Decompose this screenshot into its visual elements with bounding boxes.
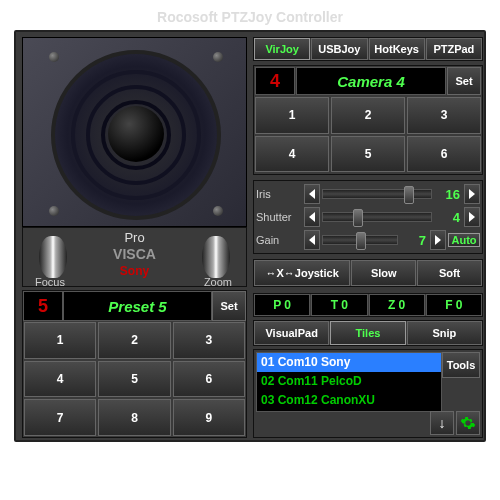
camera-set-button[interactable]: Set <box>447 67 481 95</box>
com-port-item-2[interactable]: 02 Com11 PelcoD <box>257 372 441 391</box>
camera-button-1[interactable]: 1 <box>255 97 329 134</box>
shutter-label: Shutter <box>256 211 302 223</box>
slow-button[interactable]: Slow <box>351 260 416 286</box>
app-window: Pro VISCA Sony Focus Zoom 5 Preset 5 Set… <box>14 30 486 442</box>
shutter-value: 4 <box>434 210 462 225</box>
tilt-readout: T 0 <box>311 294 367 316</box>
protocol-label: VISCA <box>23 246 246 262</box>
gain-increase-button[interactable] <box>430 230 446 250</box>
gear-icon <box>460 415 476 431</box>
right-arrow-icon <box>435 235 441 245</box>
preset-button-4[interactable]: 4 <box>24 361 96 398</box>
camera-name-display: Camera 4 <box>296 67 446 95</box>
app-title: Rocosoft PTZJoy Controller <box>14 9 486 25</box>
tab-ptzpad[interactable]: PTZPad <box>426 38 482 60</box>
focus-readout: F 0 <box>426 294 482 316</box>
preset-number-display: 5 <box>23 291 63 321</box>
left-arrow-icon <box>309 235 315 245</box>
joystick-mode-button[interactable]: ↔X↔Joystick <box>254 260 350 286</box>
pro-label: Pro <box>23 230 246 245</box>
view-mode-panel: VisualPad Tiles Snip <box>253 320 483 346</box>
preset-button-8[interactable]: 8 <box>98 399 170 436</box>
zoom-label: Zoom <box>204 276 232 288</box>
com-port-panel: 01 Com10 Sony 02 Com11 PelcoD 03 Com12 C… <box>253 349 483 438</box>
preset-panel: 5 Preset 5 Set 1 2 3 4 5 6 7 8 9 <box>22 290 247 438</box>
left-arrow-icon <box>309 189 315 199</box>
tiles-button[interactable]: Tiles <box>330 321 405 345</box>
tools-button[interactable]: Tools <box>442 352 480 378</box>
com-port-item-3[interactable]: 03 Com12 CanonXU <box>257 391 441 410</box>
camera-button-3[interactable]: 3 <box>407 97 481 134</box>
gain-value: 7 <box>400 233 428 248</box>
under-joystick-panel: Pro VISCA Sony Focus Zoom <box>22 227 247 287</box>
left-arrow-icon <box>309 212 315 222</box>
camera-button-6[interactable]: 6 <box>407 136 481 173</box>
preset-button-7[interactable]: 7 <box>24 399 96 436</box>
visualpad-button[interactable]: VisualPad <box>254 321 329 345</box>
iris-value: 16 <box>434 187 462 202</box>
right-arrow-icon <box>469 212 475 222</box>
preset-button-2[interactable]: 2 <box>98 322 170 359</box>
preset-set-button[interactable]: Set <box>212 291 246 321</box>
iris-shutter-gain-panel: Iris 16 Shutter 4 Gain 7 Auto <box>253 180 483 254</box>
zoom-readout: Z 0 <box>369 294 425 316</box>
iris-increase-button[interactable] <box>464 184 480 204</box>
gain-auto-button[interactable]: Auto <box>448 233 480 247</box>
shutter-decrease-button[interactable] <box>304 207 320 227</box>
camera-number-display: 4 <box>255 67 295 95</box>
shutter-increase-button[interactable] <box>464 207 480 227</box>
gain-label: Gain <box>256 234 302 246</box>
tab-bar: VirJoy USBJoy HotKeys PTZPad <box>253 37 483 61</box>
gain-slider[interactable] <box>322 231 398 249</box>
camera-button-4[interactable]: 4 <box>255 136 329 173</box>
preset-button-5[interactable]: 5 <box>98 361 170 398</box>
tab-virjoy[interactable]: VirJoy <box>254 38 310 60</box>
tab-usbjoy[interactable]: USBJoy <box>311 38 367 60</box>
focus-label: Focus <box>35 276 65 288</box>
com-port-item-1[interactable]: 01 Com10 Sony <box>257 353 441 372</box>
preset-button-1[interactable]: 1 <box>24 322 96 359</box>
iris-decrease-button[interactable] <box>304 184 320 204</box>
settings-button[interactable] <box>456 411 480 435</box>
com-port-list[interactable]: 01 Com10 Sony 02 Com11 PelcoD 03 Com12 C… <box>256 352 442 412</box>
joystick-visual[interactable] <box>43 50 229 218</box>
joystick-mode-panel: ↔X↔Joystick Slow Soft <box>253 259 483 287</box>
iris-slider[interactable] <box>322 185 432 203</box>
move-down-button[interactable]: ↓ <box>430 411 454 435</box>
camera-panel: 4 Camera 4 Set 1 2 3 4 5 6 <box>253 65 483 175</box>
preset-name-display: Preset 5 <box>63 291 212 321</box>
iris-label: Iris <box>256 188 302 200</box>
ptzf-readout-panel: P 0 T 0 Z 0 F 0 <box>253 293 483 317</box>
soft-button[interactable]: Soft <box>417 260 482 286</box>
preset-button-6[interactable]: 6 <box>173 361 245 398</box>
camera-button-2[interactable]: 2 <box>331 97 405 134</box>
camera-button-5[interactable]: 5 <box>331 136 405 173</box>
down-arrow-icon: ↓ <box>439 415 446 431</box>
tab-hotkeys[interactable]: HotKeys <box>369 38 425 60</box>
pan-readout: P 0 <box>254 294 310 316</box>
joystick-panel[interactable] <box>22 37 247 227</box>
shutter-slider[interactable] <box>322 208 432 226</box>
preset-button-9[interactable]: 9 <box>173 399 245 436</box>
preset-button-3[interactable]: 3 <box>173 322 245 359</box>
snip-button[interactable]: Snip <box>407 321 482 345</box>
gain-decrease-button[interactable] <box>304 230 320 250</box>
right-arrow-icon <box>469 189 475 199</box>
